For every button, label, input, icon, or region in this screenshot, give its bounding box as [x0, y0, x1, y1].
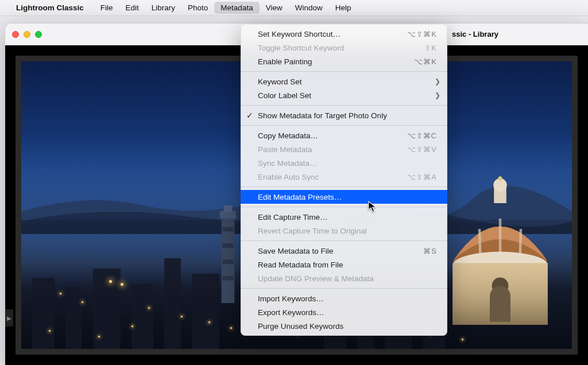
- menu-separator: [241, 288, 447, 289]
- menu-item-keyword-set[interactable]: Keyword Set❯: [241, 75, 447, 88]
- menu-item-label: Update DNG Preview & Metadata: [258, 274, 437, 283]
- menu-item-update-dng-preview-metadata: Update DNG Preview & Metadata: [241, 271, 447, 285]
- menu-item-import-keywords[interactable]: Import Keywords…: [241, 292, 447, 305]
- menu-list: FileEditLibraryPhotoMetadataViewWindowHe…: [94, 2, 358, 14]
- menu-library[interactable]: Library: [145, 2, 181, 14]
- menu-item-enable-auto-sync: Enable Auto Sync⌥⇧⌘A: [241, 170, 447, 184]
- menu-item-label: Enable Painting: [258, 57, 414, 66]
- menu-item-toggle-shortcut-keyword: Toggle Shortcut Keyword⇧K: [241, 41, 447, 55]
- svg-rect-3: [223, 227, 234, 232]
- menu-item-read-metadata-from-file[interactable]: Read Metadata from File: [241, 258, 447, 271]
- menu-item-label: Toggle Shortcut Keyword: [258, 44, 424, 52]
- menu-item-shortcut: ⌥⇧⌘C: [407, 131, 437, 140]
- menu-item-color-label-set[interactable]: Color Label Set❯: [241, 88, 447, 102]
- menu-item-label: Sync Metadata…: [258, 159, 437, 168]
- menu-item-shortcut: ⌘S: [423, 247, 437, 255]
- menu-item-enable-painting[interactable]: Enable Painting⌥⌘K: [241, 55, 447, 68]
- svg-rect-1: [220, 211, 236, 218]
- svg-rect-4: [223, 243, 234, 248]
- menu-item-label: Copy Metadata…: [258, 131, 407, 140]
- minimize-window-button[interactable]: [24, 31, 30, 38]
- menu-item-label: Keyword Set: [258, 77, 437, 86]
- menu-item-label: Color Label Set: [258, 91, 437, 100]
- svg-rect-5: [223, 259, 234, 264]
- menu-item-label: Edit Metadata Presets…: [258, 193, 437, 201]
- menu-item-label: Revert Capture Time to Original: [258, 227, 437, 235]
- menu-separator: [241, 240, 447, 241]
- menu-separator: [241, 187, 447, 187]
- menu-help[interactable]: Help: [329, 2, 358, 14]
- menu-item-label: Import Keywords…: [258, 294, 437, 303]
- app-name[interactable]: Lightroom Classic: [16, 3, 84, 12]
- menu-item-paste-metadata: Paste Metadata⌥⇧⌘V: [241, 142, 447, 156]
- chevron-right-icon: ▶: [7, 315, 11, 321]
- photo-tower: [211, 205, 245, 303]
- menu-separator: [241, 125, 447, 126]
- close-window-button[interactable]: [12, 31, 19, 38]
- menu-item-shortcut: ⌥⇧⌘A: [407, 173, 437, 181]
- menu-item-label: Edit Capture Time…: [258, 213, 437, 222]
- menu-item-shortcut: ⌥⇧⌘K: [407, 30, 437, 38]
- menu-view[interactable]: View: [260, 2, 289, 14]
- menu-item-edit-metadata-presets[interactable]: Edit Metadata Presets…: [241, 190, 447, 204]
- menu-metadata[interactable]: Metadata: [214, 2, 259, 14]
- svg-rect-6: [223, 276, 234, 281]
- left-panel-expand-handle[interactable]: ▶: [5, 309, 13, 327]
- menu-item-label: Enable Auto Sync: [258, 173, 407, 181]
- menu-edit[interactable]: Edit: [119, 2, 145, 14]
- menu-item-shortcut: ⌥⇧⌘V: [407, 145, 437, 154]
- menu-item-copy-metadata[interactable]: Copy Metadata…⌥⇧⌘C: [241, 129, 447, 142]
- window-controls: [12, 31, 42, 38]
- menu-item-label: Export Keywords…: [258, 308, 437, 317]
- menubar: Lightroom Classic FileEditLibraryPhotoMe…: [0, 0, 588, 16]
- menu-item-label: Paste Metadata: [258, 145, 407, 154]
- menu-item-label: Purge Unused Keywords: [258, 322, 437, 331]
- menu-item-label: Set Keyword Shortcut…: [258, 30, 407, 38]
- menu-item-edit-capture-time[interactable]: Edit Capture Time…: [241, 210, 447, 224]
- menu-item-purge-unused-keywords[interactable]: Purge Unused Keywords: [241, 319, 447, 333]
- menu-item-revert-capture-time-to-original: Revert Capture Time to Original: [241, 224, 447, 238]
- menu-separator: [241, 105, 447, 106]
- chevron-right-icon: ❯: [435, 77, 440, 86]
- menu-item-shortcut: ⇧K: [424, 44, 437, 52]
- menu-item-set-keyword-shortcut[interactable]: Set Keyword Shortcut…⌥⇧⌘K: [241, 27, 447, 41]
- menu-item-sync-metadata: Sync Metadata…: [241, 156, 447, 170]
- svg-point-13: [498, 176, 502, 180]
- menu-item-show-metadata-for-target-photo-only[interactable]: ✓Show Metadata for Target Photo Only: [241, 108, 447, 122]
- menu-item-label: Save Metadata to File: [258, 247, 423, 255]
- svg-rect-2: [223, 205, 232, 212]
- menu-item-export-keywords[interactable]: Export Keywords…: [241, 305, 447, 319]
- menu-file[interactable]: File: [94, 2, 119, 14]
- menu-separator: [241, 207, 447, 207]
- menu-photo[interactable]: Photo: [181, 2, 214, 14]
- menu-item-label: Show Metadata for Target Photo Only: [258, 111, 437, 120]
- menu-item-save-metadata-to-file[interactable]: Save Metadata to File⌘S: [241, 244, 447, 258]
- menu-item-shortcut: ⌥⌘K: [414, 57, 437, 66]
- window-title-right: ssic - Library: [452, 30, 498, 38]
- menu-window[interactable]: Window: [289, 2, 329, 14]
- check-icon: ✓: [246, 111, 253, 120]
- menu-separator: [241, 71, 447, 72]
- menu-item-label: Read Metadata from File: [258, 261, 437, 269]
- fullscreen-window-button[interactable]: [35, 31, 42, 38]
- metadata-menu-dropdown: Set Keyword Shortcut…⌥⇧⌘KToggle Shortcut…: [241, 24, 447, 336]
- chevron-right-icon: ❯: [435, 91, 440, 99]
